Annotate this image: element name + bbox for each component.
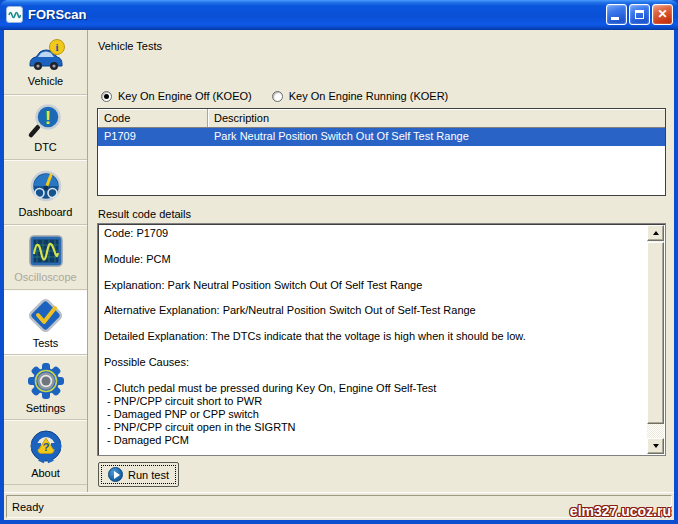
window-body: i Vehicle ! DTC <box>4 30 674 520</box>
sidebar-item-label: DTC <box>34 141 57 153</box>
sidebar-item-label: Oscilloscope <box>14 271 76 283</box>
radio-koer[interactable]: Key On Engine Running (KOER) <box>272 90 449 102</box>
sidebar-item-label: About <box>31 467 60 479</box>
sidebar-item-vehicle[interactable]: i Vehicle <box>4 30 87 95</box>
status-text: Ready <box>12 501 44 513</box>
scroll-up-button[interactable] <box>647 225 664 241</box>
gear-icon <box>25 361 67 401</box>
title-bar[interactable]: FORScan ✕ <box>0 0 678 30</box>
svg-text:i: i <box>55 41 58 53</box>
radio-koeo-circle[interactable] <box>101 91 112 102</box>
column-header-description[interactable]: Description <box>208 109 665 127</box>
pulse-wave-icon <box>8 8 21 21</box>
oscilloscope-wave-icon <box>26 232 66 270</box>
app-icon <box>6 6 23 23</box>
result-codes-table: Code Description P1709 Park Neutral Posi… <box>97 108 666 196</box>
result-code-details-label: Result code details <box>98 208 191 220</box>
radio-koeo[interactable]: Key On Engine Off (KOEO) <box>101 90 252 102</box>
sidebar-item-tests[interactable]: Tests <box>4 290 87 355</box>
forscan-window: FORScan ✕ i Vehicle <box>0 0 678 524</box>
play-circle-icon <box>108 467 123 482</box>
sidebar-item-label: Tests <box>33 337 59 349</box>
cell-description: Park Neutral Position Switch Out Of Self… <box>208 128 469 146</box>
radio-koer-label[interactable]: Key On Engine Running (KOER) <box>289 90 449 102</box>
scroll-down-button[interactable] <box>647 438 664 454</box>
table-row[interactable]: P1709 Park Neutral Position Switch Out O… <box>98 128 665 146</box>
gauge-icon <box>26 167 66 205</box>
result-code-details-box[interactable]: Code: P1709 Module: PCM Explanation: Par… <box>97 223 666 456</box>
scroll-down-icon <box>653 444 659 448</box>
test-mode-radio-group: Key On Engine Off (KOEO) Key On Engine R… <box>101 90 462 102</box>
svg-text:?: ? <box>42 441 49 453</box>
table-header: Code Description <box>98 109 665 128</box>
run-test-button[interactable]: Run test <box>98 462 179 487</box>
close-button[interactable]: ✕ <box>652 4 673 25</box>
details-text: Code: P1709 Module: PCM Explanation: Par… <box>104 227 641 452</box>
sidebar-item-label: Settings <box>26 402 66 414</box>
main-panel: Vehicle Tests Key On Engine Off (KOEO) K… <box>89 30 674 492</box>
sidebar-item-dashboard[interactable]: Dashboard <box>4 160 87 225</box>
sidebar-item-label: Dashboard <box>19 206 73 218</box>
radio-koeo-label[interactable]: Key On Engine Off (KOEO) <box>118 90 252 102</box>
sidebar-item-dtc[interactable]: ! DTC <box>4 95 87 160</box>
magnifier-exclamation-icon: ! <box>26 102 66 140</box>
minimize-button[interactable] <box>606 4 627 25</box>
diamond-check-icon <box>25 296 67 336</box>
sidebar-item-oscilloscope[interactable]: Oscilloscope <box>4 225 87 290</box>
cell-code: P1709 <box>98 128 208 146</box>
sidebar-item-about[interactable]: ? About <box>4 420 87 485</box>
steering-wheel-question-icon: ? <box>25 426 67 466</box>
svg-text:!: ! <box>44 107 50 128</box>
status-bar: Ready elm327.ucoz.ru <box>4 492 674 520</box>
column-header-code[interactable]: Code <box>98 109 208 127</box>
close-icon: ✕ <box>657 8 667 20</box>
sidebar: i Vehicle ! DTC <box>4 30 88 492</box>
vehicle-tests-label: Vehicle Tests <box>98 40 162 52</box>
sidebar-item-label: Vehicle <box>28 75 63 87</box>
maximize-button[interactable] <box>629 4 650 25</box>
minimize-icon <box>611 17 619 20</box>
scrollbar-thumb[interactable] <box>647 242 664 424</box>
sidebar-item-settings[interactable]: Settings <box>4 355 87 420</box>
scroll-up-icon <box>653 231 659 235</box>
details-scrollbar[interactable] <box>647 225 664 454</box>
window-title: FORScan <box>28 7 604 22</box>
site-watermark: elm327.ucoz.ru <box>570 503 671 519</box>
radio-koer-circle[interactable] <box>272 91 283 102</box>
run-test-label: Run test <box>128 469 169 481</box>
maximize-icon <box>635 10 644 19</box>
car-info-icon: i <box>26 38 66 74</box>
